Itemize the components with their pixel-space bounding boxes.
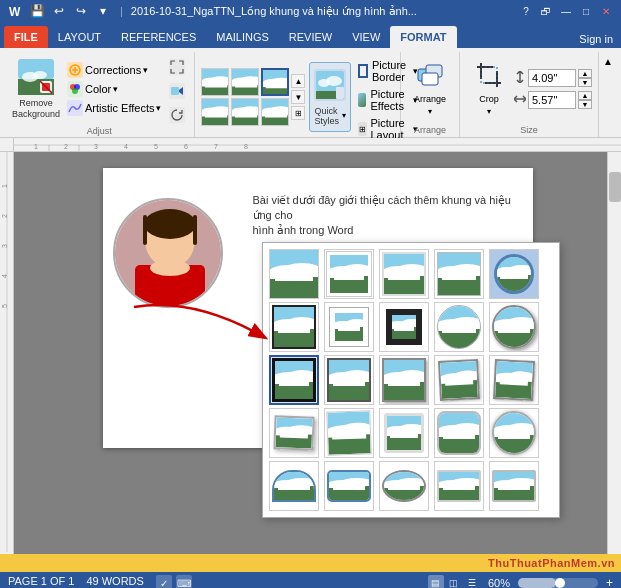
style-thumb-22[interactable] [379, 461, 429, 511]
height-down-btn[interactable]: ▼ [578, 78, 592, 87]
vertical-scrollbar[interactable] [607, 152, 621, 554]
style-scroll-down[interactable]: ▼ [291, 90, 305, 104]
style-thumb-17[interactable] [379, 408, 429, 458]
style-thumb-4[interactable] [489, 249, 539, 299]
tab-view[interactable]: VIEW [342, 26, 390, 48]
status-bar: PAGE 1 OF 1 49 WORDS ✓ ⌨ ▤ ◫ ☰ 60% + [0, 572, 621, 588]
style-thumb-18[interactable] [434, 408, 484, 458]
style-thumb-21[interactable] [324, 461, 374, 511]
artistic-effects-btn[interactable]: Artistic Effects ▾ [64, 99, 164, 117]
arrange-content: Arrange ▾ [407, 52, 453, 125]
artistic-icon [67, 100, 83, 116]
svg-text:4: 4 [124, 143, 128, 150]
style-thumb-9[interactable] [489, 302, 539, 352]
adjust-group-label: Adjust [10, 126, 188, 138]
style-thumb-24[interactable] [489, 461, 539, 511]
svg-rect-62 [143, 215, 147, 245]
color-btn[interactable]: Color ▾ [64, 80, 164, 98]
height-input[interactable] [528, 69, 576, 87]
print-view-btn[interactable]: ▤ [428, 575, 444, 588]
crop-label: Crop [479, 94, 499, 104]
quick-undo-btn[interactable]: ↩ [50, 2, 68, 20]
change-picture-btn[interactable] [166, 80, 188, 102]
style-thumb-19[interactable] [489, 408, 539, 458]
style-thumb-13[interactable] [434, 355, 484, 405]
style-thumb-2[interactable] [379, 249, 429, 299]
crop-btn[interactable]: Crop ▾ [466, 54, 512, 124]
style-preview-6[interactable] [261, 98, 289, 126]
tab-layout[interactable]: LAYOUT [48, 26, 111, 48]
style-thumb-15[interactable] [269, 408, 319, 458]
corrections-label: Corrections [85, 64, 141, 76]
style-thumb-0[interactable] [269, 249, 319, 299]
style-thumb-8[interactable] [434, 302, 484, 352]
scrollbar-thumb[interactable] [609, 172, 621, 202]
zoom-fill [518, 578, 556, 588]
width-up-btn[interactable]: ▲ [578, 91, 592, 100]
arrange-btn[interactable]: Arrange ▾ [407, 54, 453, 124]
style-preview-3[interactable] [261, 68, 289, 96]
help-btn[interactable]: ? [517, 2, 535, 20]
tab-mailings[interactable]: MAILINGS [206, 26, 279, 48]
style-thumb-20[interactable] [269, 461, 319, 511]
ruler-horizontal-container: 123 456 78 [0, 138, 621, 152]
width-down-btn[interactable]: ▼ [578, 100, 592, 109]
status-right: ▤ ◫ ☰ 60% + [428, 575, 613, 588]
spell-check-icon[interactable]: ✓ [156, 575, 172, 588]
tab-references[interactable]: REFERENCES [111, 26, 206, 48]
word-icon[interactable]: W [6, 2, 24, 20]
style-preview-1[interactable] [201, 68, 229, 96]
style-thumb-16[interactable] [324, 408, 374, 458]
svg-point-60 [150, 260, 190, 276]
width-input[interactable] [528, 91, 576, 109]
style-dropdown-btn[interactable]: ⊞ [291, 106, 305, 120]
minimize-btn[interactable]: — [557, 2, 575, 20]
height-up-btn[interactable]: ▲ [578, 69, 592, 78]
signin-link[interactable]: Sign in [571, 33, 621, 48]
quick-styles-btn[interactable]: Quick Styles ▾ [309, 62, 351, 132]
ribbon-collapse-btn[interactable]: ▲ [601, 54, 615, 68]
style-thumb-1[interactable] [324, 249, 374, 299]
style-thumb-6[interactable] [324, 302, 374, 352]
maximize-btn[interactable]: □ [577, 2, 595, 20]
web-view-btn[interactable]: ◫ [446, 575, 462, 588]
restore-btn[interactable]: 🗗 [537, 2, 555, 20]
close-btn[interactable]: ✕ [597, 2, 615, 20]
remove-background-btn[interactable]: RemoveBackground [10, 54, 62, 124]
ruler-horizontal: 123 456 78 [14, 138, 621, 151]
corrections-btn[interactable]: Corrections ▾ [64, 61, 164, 79]
quick-save-btn[interactable]: 💾 [28, 2, 46, 20]
crop-icon [475, 61, 503, 91]
compress-picture-btn[interactable] [166, 56, 188, 78]
quick-dropdown-btn[interactable]: ▾ [94, 2, 112, 20]
svg-point-61 [144, 209, 196, 239]
quick-styles-icon [314, 69, 346, 103]
zoom-in-btn[interactable]: + [606, 576, 613, 588]
style-thumb-14[interactable] [489, 355, 539, 405]
style-thumb-11[interactable] [324, 355, 374, 405]
read-view-btn[interactable]: ☰ [464, 575, 480, 588]
style-thumb-3[interactable] [434, 249, 484, 299]
tab-file[interactable]: FILE [4, 26, 48, 48]
zoom-slider[interactable] [518, 578, 598, 588]
tab-review[interactable]: REVIEW [279, 26, 342, 48]
style-preview-4[interactable] [201, 98, 229, 126]
style-thumb-23[interactable] [434, 461, 484, 511]
style-thumb-10[interactable] [269, 355, 319, 405]
style-preview-2[interactable] [231, 68, 259, 96]
picture-border-icon [358, 64, 368, 78]
style-scroll-up[interactable]: ▲ [291, 74, 305, 88]
style-thumb-12[interactable] [379, 355, 429, 405]
language-icon[interactable]: ⌨ [176, 575, 192, 588]
style-thumb-7[interactable] [379, 302, 429, 352]
reset-picture-btn[interactable] [166, 104, 188, 126]
ribbon: RemoveBackground Corrections ▾ [0, 48, 621, 138]
scroll-area[interactable]: Bài viết dưới đây giới thiệu cách thêm k… [14, 152, 621, 554]
tab-format[interactable]: FORMAT [390, 26, 456, 48]
style-thumb-5[interactable] [269, 302, 319, 352]
zoom-handle[interactable] [555, 578, 565, 588]
width-spin: ▲ ▼ [578, 91, 592, 109]
adjust-options: Corrections ▾ Color ▾ [64, 61, 164, 117]
style-preview-5[interactable] [231, 98, 259, 126]
quick-redo-btn[interactable]: ↪ [72, 2, 90, 20]
